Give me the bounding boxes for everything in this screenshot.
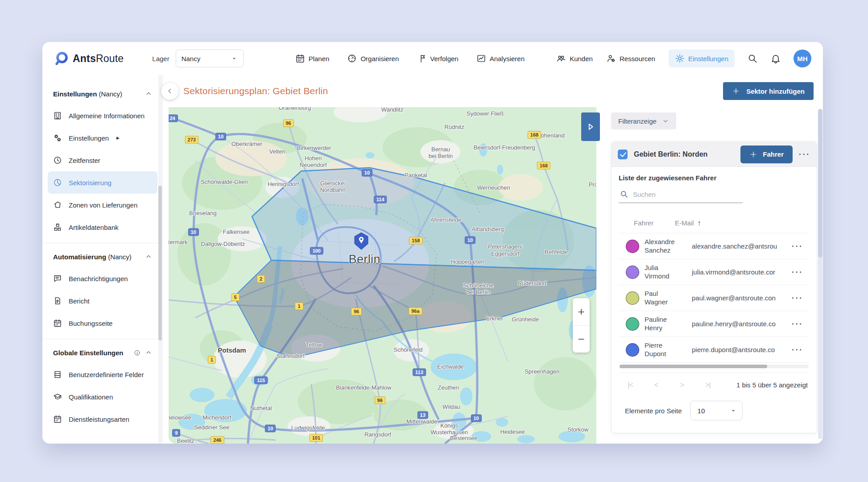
table-row[interactable]: PaulineHenry pauline.henry@antsroute.co …: [619, 311, 810, 337]
filter-display-button[interactable]: Filteranzeige: [611, 112, 676, 129]
driver-email: pauline.henry@antsroute.co: [692, 320, 786, 328]
pagination-summary: 1 bis 5 über 5 angezeigt: [736, 381, 808, 389]
sidebar-scrollbar[interactable]: [158, 75, 162, 444]
chevron-down-icon: [662, 117, 669, 125]
secondary-nav: Kunden Ressourcen Einstellungen: [556, 50, 735, 67]
first-page-button[interactable]: |<: [625, 381, 636, 389]
nav-item-icon: [476, 54, 486, 63]
sidebar-item-label: Artikeldatenbank: [69, 224, 119, 231]
antsroute-logo[interactable]: AntsRoute: [54, 51, 124, 66]
nav-item[interactable]: Ressourcen: [606, 54, 655, 63]
sidebar-item-icon: [53, 415, 62, 424]
nav-item[interactable]: Planen: [295, 54, 330, 63]
sidebar-item[interactable]: Dienstleistungsarten: [48, 408, 157, 430]
driver-name: PierreDupont: [645, 341, 686, 358]
search-icon[interactable]: [747, 53, 758, 64]
sidebar-item[interactable]: Benachrichtigungen: [48, 267, 157, 290]
driver-email: alexandre.sanchez@antsrou: [692, 242, 786, 250]
sidebar-group-header[interactable]: Automatisierung (Nancy): [42, 249, 163, 265]
nav-item[interactable]: Kunden: [556, 54, 593, 63]
search-input[interactable]: [633, 191, 722, 198]
sidebar-item-icon: [53, 274, 62, 283]
top-nav: AntsRoute Lager Nancy Planen Organisiere…: [42, 42, 823, 75]
sidebar-item-icon: [53, 370, 62, 379]
sidebar-item[interactable]: Qualifikationen: [48, 386, 157, 408]
sidebar-item[interactable]: Bericht: [48, 290, 157, 312]
table-row[interactable]: JuliaVirmond julia.virmond@antsroute.cor…: [619, 259, 810, 285]
plus-icon: [732, 87, 740, 95]
sidebar-item[interactable]: Artikeldatenbank: [48, 216, 157, 238]
pagination: |< < > >| 1 bis 5 über 5 angezeigt: [619, 373, 810, 397]
sidebar-item-label: Sektorisierung: [69, 179, 112, 187]
per-page-value: 10: [698, 407, 705, 415]
nav-item-label: Kunden: [570, 55, 593, 62]
per-page-label: Elemente pro Seite: [625, 407, 682, 415]
divider: [42, 339, 163, 339]
nav-item-label: Analysieren: [490, 55, 525, 62]
row-actions-button[interactable]: ···: [792, 268, 803, 277]
chevron-up-icon[interactable]: [145, 253, 152, 260]
nav-item[interactable]: Analysieren: [476, 54, 525, 63]
sidebar-item[interactable]: Sektorisierung: [48, 171, 157, 194]
last-page-button[interactable]: >|: [703, 381, 713, 389]
nav-item[interactable]: Organisieren: [347, 54, 399, 63]
sidebar-item[interactable]: Einstellungen ▶: [48, 127, 157, 149]
sidebar-group-header[interactable]: Globale Einstellungen: [42, 345, 163, 361]
driver-avatar: [626, 317, 639, 331]
row-actions-button[interactable]: ···: [792, 320, 803, 328]
collapse-panel-button[interactable]: [581, 112, 600, 141]
driver-email: pierre.dupont@antsroute.co: [692, 346, 786, 353]
table-header: Fahrer E-Mail ↑: [619, 213, 810, 233]
chevron-up-icon[interactable]: [145, 90, 152, 97]
row-actions-button[interactable]: ···: [792, 345, 803, 354]
nav-item-icon: [295, 54, 305, 63]
row-actions-button[interactable]: ···: [792, 294, 803, 303]
sector-menu-button[interactable]: ···: [799, 150, 810, 159]
user-avatar[interactable]: MH: [794, 50, 811, 67]
sector-checkbox[interactable]: [618, 150, 628, 159]
per-page-select[interactable]: 10: [690, 401, 743, 420]
map[interactable]: Oranienburg Wandlitz Sydower Fließ Rüdni…: [169, 107, 596, 444]
chevron-up-icon[interactable]: [145, 349, 152, 356]
driver-table: AlexandreSanchez alexandre.sanchez@antsr…: [619, 233, 810, 363]
sidebar-item-label: Qualifikationen: [69, 393, 113, 401]
notifications-bell-icon[interactable]: [770, 53, 781, 64]
table-row[interactable]: AlexandreSanchez alexandre.sanchez@antsr…: [619, 233, 810, 259]
warehouse-select[interactable]: Nancy: [176, 50, 244, 67]
row-actions-button[interactable]: ···: [792, 242, 803, 251]
driver-list-title: Liste der zugewiesenen Fahrer: [619, 174, 810, 182]
plus-icon: [749, 150, 757, 158]
sidebar-group-header[interactable]: Einstellungen (Nancy): [42, 86, 163, 102]
previous-page-button[interactable]: <: [651, 381, 661, 389]
back-button[interactable]: [161, 82, 179, 100]
zoom-out-button[interactable]: −: [573, 325, 590, 353]
panel-scrollbar[interactable]: [818, 109, 823, 439]
nav-item[interactable]: Einstellungen: [669, 50, 735, 67]
sidebar-item[interactable]: Allgemeine Informationen: [48, 104, 157, 127]
sidebar-item[interactable]: Zeitfenster: [48, 149, 157, 171]
horizontal-scrollbar[interactable]: [620, 365, 809, 368]
sidebar-item[interactable]: Zonen von Lieferungen: [48, 194, 157, 216]
nav-item-icon: [606, 54, 616, 63]
nav-item[interactable]: Verfolgen: [417, 54, 458, 63]
nav-item-label: Organisieren: [360, 55, 399, 62]
next-page-button[interactable]: >: [677, 381, 687, 389]
berlin-map-pin-icon[interactable]: [353, 232, 369, 250]
zoom-in-button[interactable]: +: [573, 298, 590, 325]
nav-item-label: Verfolgen: [430, 55, 458, 62]
settings-sidebar: Einstellungen (Nancy) Allgemeine Informa…: [42, 75, 163, 444]
sort-ascending-icon[interactable]: ↑: [698, 219, 701, 227]
table-row[interactable]: PierreDupont pierre.dupont@antsroute.co …: [619, 337, 810, 363]
sidebar-item[interactable]: Benutzerdefinierte Felder: [48, 363, 157, 386]
sidebar-item[interactable]: Buchungsseite: [48, 312, 157, 334]
divider: [42, 243, 163, 243]
map-base-svg: [169, 107, 596, 444]
add-driver-button[interactable]: Fahrer: [740, 145, 793, 163]
column-fahrer[interactable]: Fahrer: [634, 219, 675, 227]
driver-search[interactable]: [619, 190, 743, 203]
nav-item-label: Ressourcen: [620, 55, 655, 62]
sidebar-item-icon: [53, 111, 62, 120]
column-email[interactable]: E-Mail: [675, 219, 694, 227]
table-row[interactable]: PaulWagner paul.wagner@antsroute.con ···: [619, 285, 810, 311]
add-sector-button[interactable]: Sektor hinzufügen: [723, 82, 814, 100]
